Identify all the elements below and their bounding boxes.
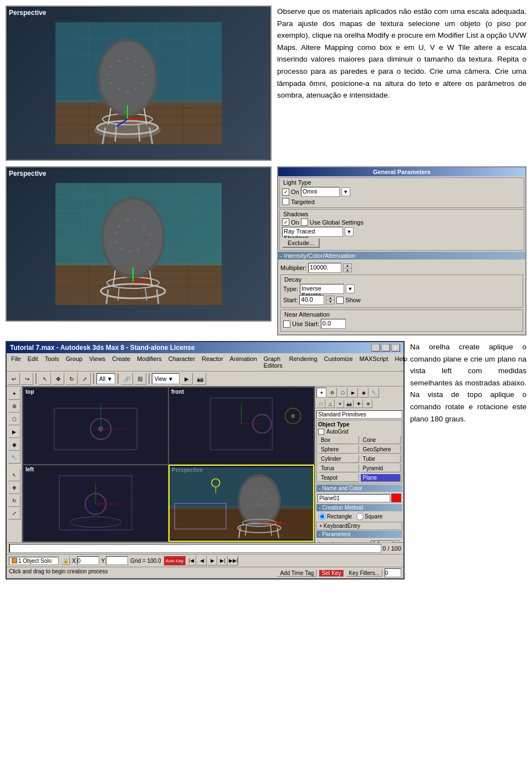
decay-start-spinner[interactable]: ▲ ▼ [326, 296, 335, 304]
tab-motion[interactable]: ▶ [348, 388, 358, 398]
tab-utilities[interactable]: 🔧 [369, 388, 379, 398]
left-tool-rotate[interactable]: ↻ [8, 495, 21, 507]
tab-hierarchy[interactable]: ⬡ [337, 388, 347, 398]
left-tool-display[interactable]: ◉ [8, 439, 21, 451]
multiplier-input[interactable]: 10000. [308, 263, 341, 273]
left-tool-create[interactable]: ✦ [8, 388, 21, 400]
close-btn[interactable]: × [391, 344, 400, 352]
minimize-btn[interactable]: _ [371, 344, 380, 352]
maximize-btn[interactable]: □ [381, 344, 390, 352]
menu-file[interactable]: File [8, 354, 24, 370]
show-checkbox[interactable] [336, 297, 344, 304]
menu-rendering[interactable]: Rendering [286, 354, 321, 370]
rectangle-radio[interactable] [319, 513, 326, 520]
menu-create[interactable]: Create [109, 354, 134, 370]
left-tool-move[interactable]: ✥ [8, 482, 21, 494]
shadow-type-input[interactable]: Ray Traced Shadows [282, 227, 343, 237]
btn-plane[interactable]: Plane [360, 474, 401, 482]
near-use-checkbox[interactable] [283, 321, 290, 328]
parameters-rollout[interactable]: - Parameters [316, 531, 402, 538]
intensity-rollout[interactable]: - Intensity/Color/Attenuation [278, 252, 525, 260]
auto-key-btn[interactable]: Auto Key [163, 556, 186, 566]
btn-teapot[interactable]: Teapot [318, 474, 359, 482]
menu-group[interactable]: Group [62, 354, 86, 370]
left-tool-select[interactable]: ↖ [8, 469, 21, 481]
primitives-dropdown[interactable]: Standard Primitives [316, 410, 402, 419]
sub-tab-light[interactable]: ☀ [335, 399, 344, 408]
btn-cone[interactable]: Cone [360, 436, 401, 444]
rectangle-option[interactable]: Rectangle [319, 513, 352, 520]
x-input[interactable] [77, 556, 99, 565]
menu-help[interactable]: Help [391, 354, 411, 370]
light-type-input[interactable]: Omni [301, 187, 340, 197]
decay-start-input[interactable]: 40.0 [299, 295, 324, 305]
autogrid-checkbox[interactable] [318, 429, 324, 435]
toolbar-view-dropdown[interactable]: View ▼ [152, 373, 180, 384]
decay-type-input[interactable]: Inverse Square [300, 284, 344, 294]
near-start-input[interactable]: 0.0 [321, 319, 346, 329]
toolbar-redo[interactable]: ↪ [21, 373, 33, 385]
toolbar-camera[interactable]: 📷 [194, 373, 206, 385]
btn-box[interactable]: Box [318, 436, 359, 444]
viewport-perspective[interactable]: Perspective [168, 465, 314, 542]
tab-modify[interactable]: ⚙ [327, 388, 337, 398]
keyboard-entry-rollout[interactable]: + KeyboardEntry [316, 522, 402, 530]
toolbar-undo[interactable]: ↩ [8, 373, 20, 385]
toolbar-link[interactable]: 🔗 [121, 373, 133, 385]
btn-cylinder[interactable]: Cylinder [318, 455, 359, 463]
shadows-on-checkbox[interactable]: ✓ [282, 218, 289, 226]
square-option[interactable]: Square [356, 513, 382, 520]
menu-customize[interactable]: Customize [321, 354, 356, 370]
left-tool-utilities[interactable]: 🔧 [8, 451, 21, 464]
prev-frame-btn[interactable]: ◀ [197, 556, 207, 566]
toolbar-unlink[interactable]: ⛓ [134, 373, 146, 385]
key-filters-btn[interactable]: Key Filters... [346, 569, 382, 577]
name-color-rollout[interactable]: - Name and Color [316, 485, 402, 492]
left-tool-scale[interactable]: ⤢ [8, 507, 21, 520]
light-on-checkbox[interactable]: ✓ [282, 189, 289, 196]
menu-animation[interactable]: Animation [227, 354, 260, 370]
menu-reactor[interactable]: Reactor [198, 354, 227, 370]
btn-pyramid[interactable]: Pyramid [360, 464, 401, 472]
tab-display[interactable]: ◉ [359, 388, 369, 398]
btn-geosphere[interactable]: GeoSphere [360, 445, 401, 454]
btn-tube[interactable]: Tube [360, 455, 401, 463]
set-key-btn[interactable]: Set Key [319, 569, 344, 577]
object-name-input[interactable]: Plane01 [318, 494, 390, 502]
y-input[interactable] [106, 556, 128, 565]
targeted-checkbox[interactable] [282, 198, 289, 205]
left-tool-modify[interactable]: ⚙ [8, 400, 21, 413]
left-tool-hierarchy[interactable]: ⬡ [8, 413, 21, 425]
toolbar-scale[interactable]: ⤢ [79, 373, 91, 385]
play-last-btn[interactable]: ▶▶| [228, 556, 238, 566]
lock-btn[interactable]: 🔒 [61, 556, 70, 565]
toolbar-filter-dropdown[interactable]: All ▼ [96, 373, 115, 384]
toolbar-render[interactable]: ▶ [181, 373, 193, 385]
frame-input[interactable] [385, 568, 401, 577]
sub-tab-helper[interactable]: ✚ [354, 399, 363, 408]
sub-tab-space[interactable]: ⊕ [364, 399, 372, 408]
tab-create[interactable]: ✦ [316, 388, 326, 398]
toolbar-select[interactable]: ↖ [39, 373, 51, 385]
light-type-dropdown-btn[interactable]: ▼ [341, 187, 350, 196]
object-color-swatch[interactable] [391, 494, 401, 502]
creation-method-rollout[interactable]: - Creation Method [316, 504, 402, 511]
square-radio[interactable] [356, 513, 364, 520]
viewport-front[interactable]: front [168, 387, 314, 465]
menu-graph-editors[interactable]: Graph Editors [260, 354, 286, 370]
play-fwd-btn[interactable]: ▶ [207, 556, 217, 566]
viewport-left[interactable]: left [23, 465, 168, 542]
use-global-checkbox[interactable] [301, 218, 308, 226]
left-tool-motion[interactable]: ▶ [8, 426, 21, 438]
sub-tab-geo[interactable]: □ [316, 399, 325, 408]
add-time-tag-btn[interactable]: Add Time Tag [277, 569, 316, 577]
decay-type-dropdown-btn[interactable]: ▼ [346, 284, 355, 293]
sub-tab-camera[interactable]: 📷 [345, 399, 354, 408]
next-frame-btn[interactable]: ▶| [218, 556, 228, 566]
menu-edit[interactable]: Edit [24, 354, 42, 370]
btn-torus[interactable]: Torus [318, 464, 359, 472]
menu-views[interactable]: Views [86, 354, 109, 370]
shadow-type-dropdown-btn[interactable]: ▼ [345, 227, 354, 236]
viewport-top[interactable]: top [23, 387, 168, 465]
multiplier-spinner[interactable]: ▲ ▼ [343, 263, 352, 272]
